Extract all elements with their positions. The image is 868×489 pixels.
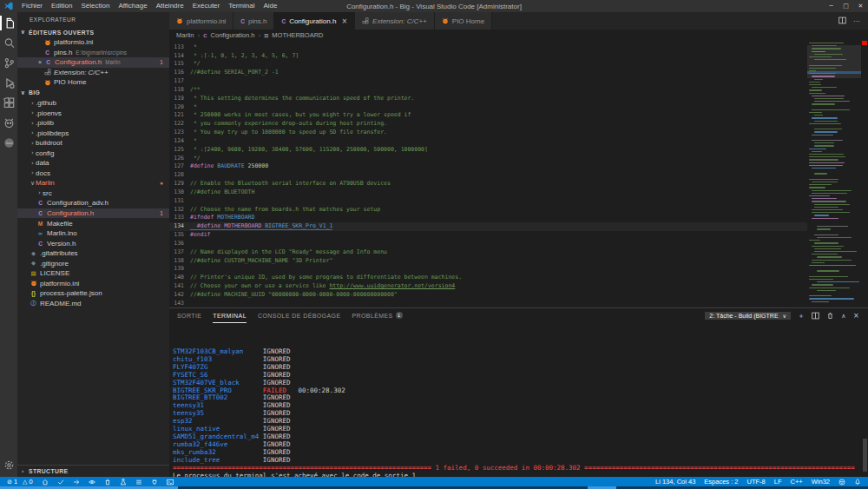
pio-home-icon[interactable] — [42, 479, 49, 486]
menu-atteindre[interactable]: Atteindre — [152, 0, 188, 12]
close-icon[interactable]: × — [36, 59, 43, 65]
pio-tasks-icon[interactable] — [135, 479, 142, 486]
open-editor-item[interactable]: ×CConfiguration.hMarlin1 — [17, 57, 169, 68]
tree-item-makefile[interactable]: MMakefile — [17, 218, 169, 228]
status-win32[interactable]: Win32 — [812, 478, 830, 486]
avatar-icon[interactable]: Json — [0, 133, 17, 153]
pio-icon[interactable] — [0, 113, 17, 133]
new-terminal-icon[interactable]: ＋ — [798, 311, 805, 320]
split-editor-icon[interactable] — [838, 17, 846, 26]
files-icon[interactable] — [0, 13, 17, 33]
code-line-143: 143 — [169, 300, 807, 307]
tree-item-platformio-ini[interactable]: platformio.ini — [17, 279, 169, 289]
pio-monitor-icon[interactable] — [151, 479, 158, 486]
pio-build-icon[interactable] — [57, 479, 64, 486]
minimize-button[interactable]: ─ — [824, 3, 838, 10]
panel-tab-console-de-d-bogage[interactable]: CONSOLE DE DÉBOGAGE — [258, 308, 341, 323]
maximize-panel-icon[interactable]: ∧ — [841, 313, 846, 320]
panel-tab-terminal[interactable]: TERMINAL — [213, 308, 247, 323]
terminal-scrollbar[interactable] — [863, 439, 867, 472]
feedback-smiley-icon[interactable] — [838, 479, 845, 486]
pio-clean-icon[interactable] — [104, 479, 111, 486]
problems-status[interactable]: ⊘1△0 — [7, 478, 33, 486]
breadcrumb-item[interactable]: Marlin — [176, 31, 194, 39]
tree-item-configuration-h[interactable]: CConfiguration.h1 — [17, 208, 169, 219]
tree-item-config[interactable]: ›config — [17, 148, 169, 158]
modified-dot: ● — [160, 180, 163, 186]
scm-icon[interactable] — [0, 53, 17, 73]
tree-item-src[interactable]: ›src — [17, 188, 169, 199]
tab-extension-c-c-[interactable]: Extension: C/C++ — [355, 12, 435, 30]
breadcrumb[interactable]: Marlin›CConfiguration.h›⊟MOTHERBOARD — [169, 30, 868, 41]
status-espaces-2[interactable]: Espaces : 2 — [704, 478, 738, 486]
menu-edition[interactable]: Edition — [47, 0, 76, 12]
tree-item--gitattributes[interactable]: ◆.gitattributes — [17, 248, 169, 259]
extensions-icon[interactable] — [0, 93, 17, 113]
tree-item-data[interactable]: ›data — [17, 158, 169, 169]
minimap-line — [817, 270, 839, 271]
kill-terminal-icon[interactable] — [826, 312, 834, 320]
menu-affichage[interactable]: Affichage — [114, 0, 151, 12]
close-icon[interactable]: × — [341, 17, 347, 25]
tab-platformio-ini[interactable]: platformio.ini — [169, 12, 233, 30]
pio-terminal-icon[interactable] — [167, 479, 174, 486]
pio-upload-icon[interactable] — [73, 479, 80, 486]
more-actions-icon[interactable]: ··· — [853, 17, 860, 25]
tab-pio-home[interactable]: PIO Home — [435, 12, 492, 30]
breadcrumb-item[interactable]: Configuration.h — [211, 31, 255, 39]
pio-eye-icon[interactable] — [89, 479, 95, 486]
panel-tab-probl-mes[interactable]: PROBLÈMES1 — [352, 308, 402, 323]
cpp-file-icon: C — [43, 50, 51, 56]
terminal-selector[interactable]: 2: Tâche - Build (BIGTRE ∨ — [705, 312, 791, 320]
menu-sélection[interactable]: Sélection — [76, 0, 114, 12]
tree-item-version-h[interactable]: CVersion.h — [17, 238, 169, 248]
tree-item--pioenvs[interactable]: ›.pioenvs — [17, 108, 169, 118]
code-content[interactable]: 112 * Serial port -1 is the USB emulated… — [169, 41, 807, 307]
tree-item--piolibdeps[interactable]: ›.piolibdeps — [17, 128, 169, 138]
structure-header[interactable]: › STRUCTURE — [17, 465, 169, 477]
open-editor-item[interactable]: PIO Home — [17, 77, 169, 88]
tree-item-marlin-ino[interactable]: ∞Marlin.ino — [17, 228, 169, 239]
open-editor-item[interactable]: Extension: C/C++ — [17, 68, 169, 78]
open-editors-header[interactable]: ∨ ÉDITEURS OUVERTS — [17, 27, 169, 37]
project-header[interactable]: ∨ BIG — [17, 88, 169, 98]
terminal-output[interactable]: STM32F103CB_malyan IGNOREDchitu_f103 IGN… — [169, 323, 868, 477]
notifications-bell-icon[interactable] — [854, 479, 861, 486]
tree-item-buildroot[interactable]: ›buildroot — [17, 138, 169, 149]
split-terminal-icon[interactable] — [812, 312, 819, 320]
status-c++[interactable]: C++ — [791, 478, 803, 486]
breadcrumb-item[interactable]: MOTHERBOARD — [272, 31, 323, 39]
open-editor-item[interactable]: platformio.ini — [17, 37, 169, 48]
tree-item-license[interactable]: ▤LICENSE — [17, 268, 169, 279]
close-button[interactable]: ✕ — [853, 3, 868, 10]
gear-icon[interactable] — [0, 455, 17, 475]
file-name: Configuration.h — [47, 209, 94, 217]
menu-exécuter[interactable]: Exécuter — [188, 0, 225, 12]
status-li-134-col-43[interactable]: Li 134, Col 43 — [655, 478, 695, 486]
tree-item-process-palette-json[interactable]: {}process-palette.json — [17, 288, 169, 299]
tab-pins-h[interactable]: Cpins.h — [233, 12, 274, 30]
tree-item-marlin[interactable]: ∨Marlin● — [17, 178, 169, 188]
tab-configuration-h[interactable]: CConfiguration.h× — [274, 12, 355, 30]
open-editor-item[interactable]: Cpins.hE:\big\marlin\src\pins — [17, 48, 169, 58]
panel-tab-sortie[interactable]: SORTIE — [177, 308, 201, 323]
tree-item--github[interactable]: ›.github — [17, 98, 169, 109]
status-utf-8[interactable]: UTF-8 — [747, 478, 766, 486]
tree-item-docs[interactable]: ›docs — [17, 169, 169, 179]
tree-item-readme-md[interactable]: ⓘREADME.md — [17, 299, 169, 309]
tree-item--gitignore[interactable]: ◆.gitignore — [17, 258, 169, 268]
close-panel-icon[interactable]: × — [853, 312, 859, 320]
menu-terminal[interactable]: Terminal — [224, 0, 259, 12]
maximize-button[interactable]: □ — [838, 3, 853, 10]
tree-item--piolib[interactable]: ›.piolib — [17, 118, 169, 129]
debug-icon[interactable] — [0, 73, 17, 93]
minimap[interactable] — [807, 41, 861, 307]
menu-aide[interactable]: Aide — [259, 0, 281, 12]
status-lf[interactable]: LF — [774, 478, 782, 486]
activity-bar: Json — [0, 12, 17, 477]
tree-item-configuration-adv-h[interactable]: CConfiguration_adv.h — [17, 198, 169, 208]
search-icon[interactable] — [0, 33, 17, 53]
pio-test-icon[interactable] — [120, 479, 127, 486]
menu-fichier[interactable]: Fichier — [17, 0, 47, 12]
line-number: 129 — [169, 180, 184, 188]
